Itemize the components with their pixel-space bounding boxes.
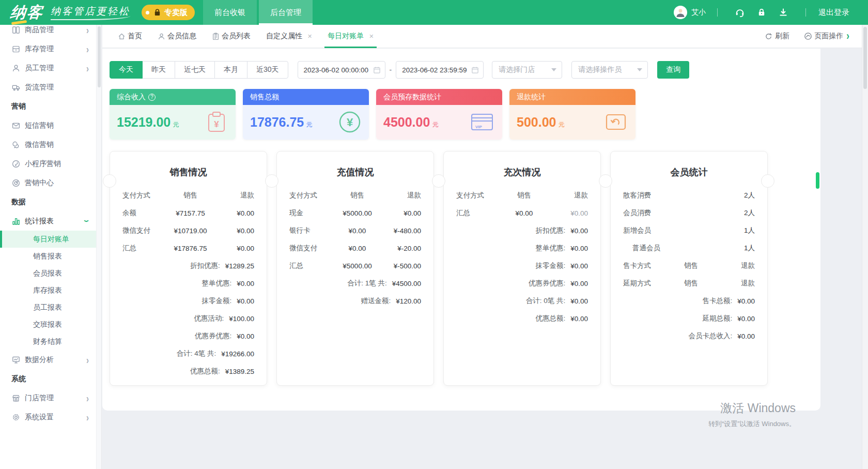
close-icon[interactable]: ✕ xyxy=(307,33,312,40)
table-row: 汇总 ¥5000.00 ¥-500.00 xyxy=(289,257,421,275)
operator-select[interactable]: 请选择操作员 xyxy=(571,61,648,79)
content-scrollbar-thumb[interactable] xyxy=(816,172,819,189)
summary-value: ¥0.00 xyxy=(570,297,588,305)
sidebar-scrollbar-thumb[interactable] xyxy=(98,26,101,87)
help-icon[interactable]: ? xyxy=(148,94,156,101)
top-navbar: 纳客 纳客管店更轻松 专卖版 前台收银 后台管理 艾小 退出登录 xyxy=(0,0,868,25)
refresh-button[interactable]: 刷新 xyxy=(765,32,789,41)
sidebar-item-marketing-center[interactable]: 营销中心 xyxy=(0,173,96,192)
sidebar-item-data-analysis[interactable]: 数据分析 › xyxy=(0,350,96,369)
page-actions-button[interactable]: 页面操作 › xyxy=(804,31,849,41)
clipboard-icon xyxy=(212,33,220,40)
sidebar-item-sms-marketing[interactable]: 短信营销 xyxy=(0,116,96,135)
sidebar-subitem-staff-report[interactable]: 员工报表 xyxy=(0,299,96,316)
row-label: 微信支付 xyxy=(289,244,331,253)
sidebar-item-store-management[interactable]: 门店管理 › xyxy=(0,388,96,407)
tab-label: 自定义属性 xyxy=(266,32,302,41)
nav-back-office[interactable]: 后台管理 xyxy=(259,0,313,25)
window-scrollbar[interactable] xyxy=(862,25,868,469)
tab-member-info[interactable]: 会员信息 xyxy=(158,25,196,48)
range-last30-button[interactable]: 近30天 xyxy=(247,61,288,79)
sidebar-subitem-member-report[interactable]: 会员报表 xyxy=(0,265,96,282)
col-header: 销售 xyxy=(498,191,551,200)
summary-value: ¥0.00 xyxy=(737,332,755,340)
sidebar-item-miniprogram-marketing[interactable]: 小程序营销 xyxy=(0,154,96,173)
tab-daily-statement[interactable]: 每日对账单 ✕ xyxy=(328,25,374,48)
summary-label: 优惠总额: xyxy=(535,314,565,323)
support-headset-icon[interactable] xyxy=(735,7,745,18)
query-button[interactable]: 查询 xyxy=(657,61,689,79)
sidebar-item-logistics[interactable]: 货流管理 xyxy=(0,78,96,97)
sidebar-scrollbar[interactable] xyxy=(96,25,102,469)
svg-text:VIP: VIP xyxy=(475,125,483,129)
summary-label: 延期总额: xyxy=(702,314,732,323)
date-end-input[interactable]: 2023-06-02 23:59:59 xyxy=(396,61,484,79)
range-yesterday-button[interactable]: 昨天 xyxy=(142,61,175,79)
sidebar-section-system: 系统 xyxy=(0,369,96,388)
stat-row: 会员消费2人 xyxy=(623,204,755,222)
range-last7-button[interactable]: 近七天 xyxy=(175,61,215,79)
stat-card-member-prestore: 会员预存数据统计 4500.00 元 VIP xyxy=(376,89,502,140)
username[interactable]: 艾小 xyxy=(691,8,706,17)
close-icon[interactable]: ✕ xyxy=(369,33,374,40)
panel-title: 充值情况 xyxy=(289,166,421,178)
summary-value: ¥120.00 xyxy=(396,297,421,305)
panel-times-recharge: 充次情况 支付方式 销售 退款 汇总 ¥0.00 ¥0.00 折扣优惠:¥0.0… xyxy=(443,151,601,386)
date-start-input[interactable]: 2023-06-02 00:00:00 xyxy=(298,61,385,79)
inventory-icon xyxy=(11,44,20,53)
summary-value: ¥0.00 xyxy=(237,297,254,305)
col-header: 延期方式 xyxy=(623,279,664,288)
table-row: 汇总 ¥17876.75 ¥0.00 xyxy=(122,239,254,257)
nav-front-desk[interactable]: 前台收银 xyxy=(203,0,257,25)
calendar-icon xyxy=(471,66,479,74)
report-panels-row: 销售情况 支付方式 销售 退款 余额 ¥7157.75 ¥0.00 微信支付 ¥… xyxy=(110,151,820,386)
sidebar-subitem-shift-report[interactable]: 交班报表 xyxy=(0,316,96,333)
row-label: 银行卡 xyxy=(289,226,331,235)
user-avatar[interactable] xyxy=(674,6,687,19)
panel-title: 充次情况 xyxy=(456,166,588,178)
bar-chart-icon xyxy=(11,217,20,225)
sidebar-item-stock[interactable]: 库存管理 › xyxy=(0,39,96,58)
watermark-line1: 激活 Windows xyxy=(708,400,796,416)
main-content: 今天 昨天 近七天 本月 近30天 2023-06-02 00:00:00 - … xyxy=(102,49,820,411)
row-label: 汇总 xyxy=(456,208,498,218)
stat-card-total-sales: 销售总额 17876.75 元 ¥ xyxy=(243,89,369,140)
summary-row: 优惠总额:¥1389.25 xyxy=(122,362,254,380)
col-header: 退款 xyxy=(384,191,421,200)
stat-card-unit: 元 xyxy=(173,120,179,129)
download-icon[interactable] xyxy=(778,7,788,18)
summary-row: 赠送金额:¥120.00 xyxy=(289,292,421,310)
sidebar-subitem-finance-settlement[interactable]: 财务结算 xyxy=(0,333,96,350)
col-header: 销售 xyxy=(331,191,384,200)
tab-custom-attributes[interactable]: 自定义属性 ✕ xyxy=(266,25,312,48)
sidebar-item-wechat-marketing[interactable]: 微信营销 xyxy=(0,135,96,154)
sidebar-item-staff[interactable]: 员工管理 › xyxy=(0,58,96,78)
row-label: 汇总 xyxy=(122,244,164,253)
summary-value: ¥0.00 xyxy=(570,280,588,288)
divider xyxy=(805,8,806,17)
window-scrollbar-thumb[interactable] xyxy=(863,27,867,89)
tab-home[interactable]: 首页 xyxy=(118,25,142,48)
sidebar-item-system-settings[interactable]: 系统设置 › xyxy=(0,407,96,427)
chevron-right-icon: › xyxy=(86,392,89,404)
stat-value: 1人 xyxy=(744,226,755,235)
logo-tagline: 纳客管店更轻松 xyxy=(51,5,130,20)
row-sales: ¥0.00 xyxy=(331,245,384,252)
sidebar-item-goods[interactable]: 商品管理 › xyxy=(0,25,96,39)
sidebar-subitem-stock-report[interactable]: 库存报表 xyxy=(0,282,96,299)
tab-member-list[interactable]: 会员列表 xyxy=(212,25,251,48)
store-select[interactable]: 请选择门店 xyxy=(492,61,562,79)
lock-icon[interactable] xyxy=(756,7,767,18)
sidebar-item-stats-report[interactable]: 统计报表 › xyxy=(0,211,96,231)
sidebar-section-marketing: 营销 xyxy=(0,97,96,116)
col-header: 退款 xyxy=(551,191,588,200)
logout-button[interactable]: 退出登录 xyxy=(818,8,849,18)
summary-label: 会员卡总收入: xyxy=(688,331,732,341)
stat-label: 会员消费 xyxy=(623,208,651,218)
range-month-button[interactable]: 本月 xyxy=(214,61,247,79)
wechat-icon xyxy=(11,140,20,149)
range-today-button[interactable]: 今天 xyxy=(110,61,143,79)
sidebar-subitem-sales-report[interactable]: 销售报表 xyxy=(0,248,96,265)
sidebar-subitem-daily-statement[interactable]: 每日对账单 xyxy=(0,231,96,248)
chevron-right-icon: › xyxy=(86,354,89,366)
